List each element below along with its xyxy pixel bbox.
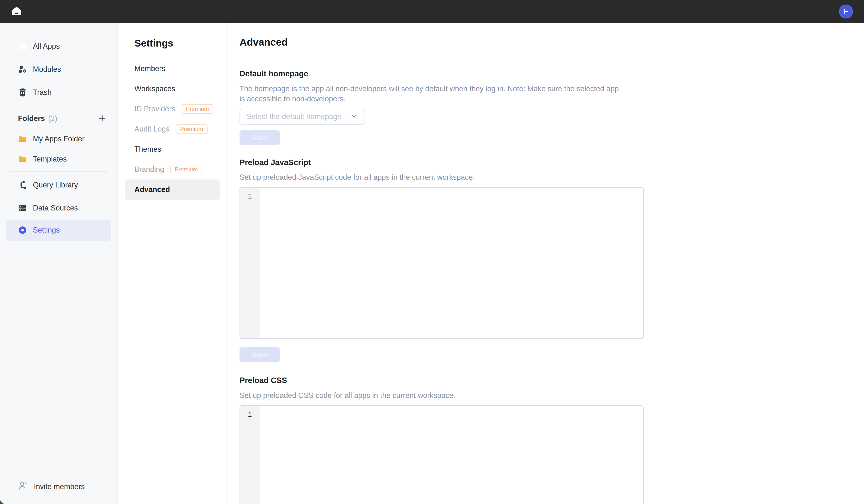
- sidebar-item-trash[interactable]: Trash: [0, 81, 117, 104]
- query-library-icon: [17, 180, 27, 190]
- avatar-initial: F: [844, 7, 848, 16]
- section-heading: Default homepage: [240, 69, 864, 79]
- trash-icon: [17, 87, 27, 97]
- sidebar-divider: [10, 171, 108, 171]
- line-number: 1: [248, 410, 252, 418]
- sidebar-item-label: Settings: [33, 226, 60, 235]
- topbar: F: [0, 0, 864, 23]
- settings-nav-item-id-providers[interactable]: ID Providers Premium: [125, 99, 220, 119]
- main-content: Advanced Default homepage The homepage i…: [228, 23, 864, 504]
- sidebar-item-label: Query Library: [33, 181, 78, 189]
- home-icon: [11, 5, 22, 17]
- settings-nav-item-branding[interactable]: Branding Premium: [125, 159, 220, 180]
- sidebar-item-query-library[interactable]: Query Library: [0, 173, 117, 196]
- settings-icon: [17, 225, 27, 235]
- settings-nav-list: Members Workspaces ID Providers Premium …: [118, 59, 227, 200]
- sidebar-item-settings[interactable]: Settings: [6, 219, 111, 241]
- section-heading: Preload JavaScript: [240, 158, 864, 167]
- settings-nav: Settings Members Workspaces ID Providers…: [118, 23, 228, 504]
- preload-css-section: Preload CSS Set up preloaded CSS code fo…: [240, 376, 864, 504]
- folders-header: Folders (2): [0, 108, 117, 129]
- sidebar-item-label: Trash: [33, 88, 51, 97]
- folders-label: Folders: [18, 114, 45, 123]
- app-window: F All Apps Modules: [0, 0, 864, 504]
- settings-nav-item-themes[interactable]: Themes: [125, 139, 220, 159]
- preload-js-editor[interactable]: 1: [240, 187, 644, 339]
- sidebar-item-label: Modules: [33, 65, 61, 74]
- settings-nav-item-label: ID Providers: [134, 105, 176, 113]
- settings-nav-item-audit-logs[interactable]: Audit Logs Premium: [125, 119, 220, 139]
- sidebar-folder-templates[interactable]: Templates: [0, 149, 117, 169]
- settings-nav-item-label: Audit Logs: [134, 125, 170, 133]
- settings-nav-title: Settings: [134, 38, 227, 49]
- save-homepage-button[interactable]: Save: [240, 130, 280, 145]
- avatar[interactable]: F: [839, 4, 853, 19]
- premium-badge: Premium: [176, 124, 208, 134]
- select-placeholder: Select the default homepage: [247, 112, 341, 121]
- settings-nav-item-label: Themes: [134, 145, 161, 154]
- data-sources-icon: [17, 203, 27, 213]
- modules-icon: [17, 64, 27, 74]
- line-number-gutter: 1: [240, 188, 260, 338]
- sidebar-item-modules[interactable]: Modules: [0, 58, 117, 81]
- sidebar-item-data-sources[interactable]: Data Sources: [0, 196, 117, 219]
- chevron-down-icon: [350, 112, 358, 121]
- sidebar: All Apps Modules: [0, 23, 118, 504]
- settings-nav-item-label: Advanced: [134, 185, 170, 194]
- sidebar-item-label: Data Sources: [33, 204, 78, 213]
- folder-item-label: Templates: [33, 155, 67, 164]
- invite-members-label: Invite members: [34, 482, 85, 491]
- settings-nav-item-members[interactable]: Members: [125, 59, 220, 79]
- premium-badge: Premium: [170, 165, 202, 174]
- page-title: Advanced: [240, 36, 864, 48]
- line-number: 1: [248, 192, 252, 200]
- folder-icon: [17, 154, 27, 164]
- default-homepage-select[interactable]: Select the default homepage: [240, 109, 365, 124]
- sidebar-item-all-apps[interactable]: All Apps: [0, 35, 117, 58]
- settings-nav-item-advanced[interactable]: Advanced: [125, 180, 220, 200]
- preload-css-code-area[interactable]: [260, 406, 643, 504]
- preload-css-editor[interactable]: 1: [240, 405, 644, 504]
- save-preload-js-button[interactable]: Save: [240, 347, 280, 362]
- default-homepage-section: Default homepage The homepage is the app…: [240, 69, 864, 145]
- section-description: The homepage is the app all non-develope…: [240, 84, 624, 104]
- invite-members-button[interactable]: Invite members: [0, 478, 117, 495]
- home-icon: [17, 41, 27, 51]
- folder-icon: [17, 134, 27, 144]
- add-folder-button[interactable]: [98, 114, 107, 123]
- line-number-gutter: 1: [240, 406, 260, 504]
- preload-javascript-section: Preload JavaScript Set up preloaded Java…: [240, 158, 864, 362]
- section-description: Set up preloaded JavaScript code for all…: [240, 172, 624, 182]
- section-description: Set up preloaded CSS code for all apps i…: [240, 391, 624, 400]
- section-heading: Preload CSS: [240, 376, 864, 385]
- settings-nav-item-label: Branding: [134, 165, 164, 174]
- plus-icon: [98, 114, 107, 123]
- settings-nav-item-label: Workspaces: [134, 84, 175, 93]
- person-plus-icon: [17, 480, 28, 493]
- sidebar-item-label: All Apps: [33, 42, 60, 51]
- premium-badge: Premium: [182, 104, 213, 114]
- preload-js-code-area[interactable]: [260, 188, 643, 338]
- folder-item-label: My Apps Folder: [33, 135, 84, 143]
- folders-count: (2): [48, 114, 57, 123]
- settings-nav-item-workspaces[interactable]: Workspaces: [125, 79, 220, 99]
- sidebar-folder-my-apps[interactable]: My Apps Folder: [0, 129, 117, 149]
- settings-nav-item-label: Members: [134, 64, 165, 73]
- home-button[interactable]: [11, 5, 22, 17]
- sidebar-divider: [10, 106, 108, 106]
